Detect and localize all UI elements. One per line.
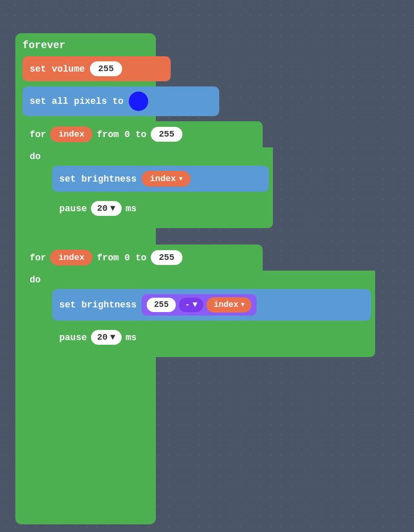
pause-label-1: pause [59, 204, 87, 214]
for-label-1: for [30, 129, 46, 140]
do-label-2: do [27, 275, 371, 285]
for-to-value-2[interactable]: 255 [151, 250, 183, 265]
for-loop-2-wrapper: for index from 0 to 255 do set brightnes… [22, 245, 149, 357]
volume-value[interactable]: 255 [90, 61, 122, 76]
set-brightness-label-1: set brightness [59, 174, 136, 184]
pause-block-2: pause 20 ▼ ms [52, 325, 371, 350]
operator-arrow: ▼ [193, 300, 198, 309]
pause-value-2[interactable]: 20 ▼ [91, 330, 122, 345]
for-loop-1-wrapper: for index from 0 to 255 do set brightnes… [22, 121, 149, 228]
set-pixels-label: set all pixels to [30, 96, 124, 106]
index-variable-2[interactable]: index [50, 250, 93, 265]
for-to-value-1[interactable]: 255 [151, 127, 183, 142]
pause-block-1: pause 20 ▼ ms [52, 196, 269, 221]
math-value[interactable]: 255 [147, 298, 176, 312]
math-expression: 255 - ▼ index ▼ [142, 294, 257, 316]
do-label-1: do [27, 151, 269, 162]
ms-label-2: ms [126, 332, 137, 343]
from-label-1: from 0 to [97, 129, 146, 140]
for-label-2: for [30, 253, 46, 263]
for-loop-2: for index from 0 to 255 [22, 245, 263, 271]
dropdown-arrow-1: ▼ [179, 175, 182, 183]
color-picker[interactable] [129, 92, 148, 111]
pause-dropdown-arrow-2: ▼ [110, 332, 115, 342]
for-loop-1: for index from 0 to 255 [22, 121, 263, 147]
pause-dropdown-arrow-1: ▼ [110, 204, 115, 213]
forever-label: forever [22, 39, 149, 51]
dropdown-arrow-2: ▼ [241, 301, 244, 308]
set-pixels-block: set all pixels to [22, 86, 219, 116]
set-brightness-label-2: set brightness [59, 300, 136, 310]
set-brightness-block-1: set brightness index ▼ [52, 166, 269, 192]
set-volume-label: set volume [30, 64, 85, 74]
set-brightness-block-2: set brightness 255 - ▼ index ▼ [52, 289, 371, 321]
pause-value-1[interactable]: 20 ▼ [91, 201, 122, 216]
brightness-index-dropdown-2[interactable]: index ▼ [206, 297, 251, 313]
set-volume-block: set volume 255 [22, 56, 171, 81]
pause-label-2: pause [59, 332, 87, 343]
do-block-1: do set brightness index ▼ pause 20 ▼ ms [22, 147, 273, 228]
math-operator[interactable]: - ▼ [179, 298, 203, 312]
do-block-2: do set brightness 255 - ▼ index ▼ [22, 271, 375, 357]
index-variable-1[interactable]: index [50, 126, 93, 142]
brightness-index-dropdown-1[interactable]: index ▼ [142, 171, 191, 187]
forever-block: forever set volume 255 set all pixels to… [15, 33, 156, 524]
from-label-2: from 0 to [97, 253, 146, 263]
ms-label-1: ms [126, 204, 137, 214]
